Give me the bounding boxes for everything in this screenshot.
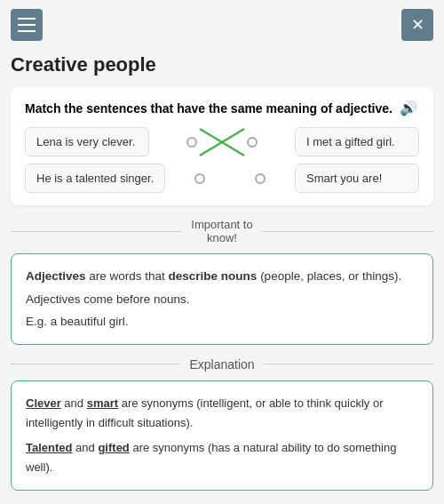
match-left-1: Lena is very clever. [25,127,149,156]
dot-right-1 [247,137,258,148]
explanation-label: Explanation [189,357,254,372]
connector-dots-1 [186,137,258,148]
close-button[interactable]: ✕ [401,9,433,41]
divider-line-right [262,231,433,232]
match-connector-1 [186,137,258,148]
page-title: Creative people [0,50,444,87]
dot-left-1 [186,137,197,148]
menu-button[interactable] [11,9,43,41]
dot-left-2 [194,173,205,184]
connector-dots-2 [194,173,266,184]
question-header: Match the sentences that have the same m… [25,100,419,116]
important-divider: Important toknow! [0,218,444,244]
match-right-2: Smart you are! [295,164,419,193]
dot-right-2 [255,173,266,184]
match-rows: Lena is very clever. I met a gifted [25,127,419,193]
info-line-3: E.g. a beautiful girl. [26,312,418,332]
match-row: Lena is very clever. I met a gifted [25,127,419,156]
explanation-divider: Explanation [0,357,444,372]
match-left-2: He is a talented singer. [25,164,165,193]
match-right-1: I met a gifted girl. [295,127,419,156]
explanation-line-left [11,364,180,364]
speaker-icon[interactable]: 🔊 [400,100,417,116]
match-row-2: He is a talented singer. Smart you are! [25,164,419,193]
top-bar: ✕ [0,0,444,50]
question-text: Match the sentences that have the same m… [25,101,392,116]
match-connector-2 [194,173,266,184]
info-card: Adjectives are words that describe nouns… [11,253,433,345]
info-line-2: Adjectives come before nouns. [26,290,418,309]
info-line-1: Adjectives are words that describe nouns… [26,267,418,286]
explanation-para-1: Clever and smart are synonyms (intellige… [26,394,418,433]
important-label: Important toknow! [191,218,252,244]
divider-line-left [11,231,182,232]
explanation-card: Clever and smart are synonyms (intellige… [11,380,433,491]
match-card: Match the sentences that have the same m… [11,87,433,205]
explanation-para-2: Talented and gifted are synonyms (has a … [26,438,418,477]
explanation-line-right [264,364,433,364]
